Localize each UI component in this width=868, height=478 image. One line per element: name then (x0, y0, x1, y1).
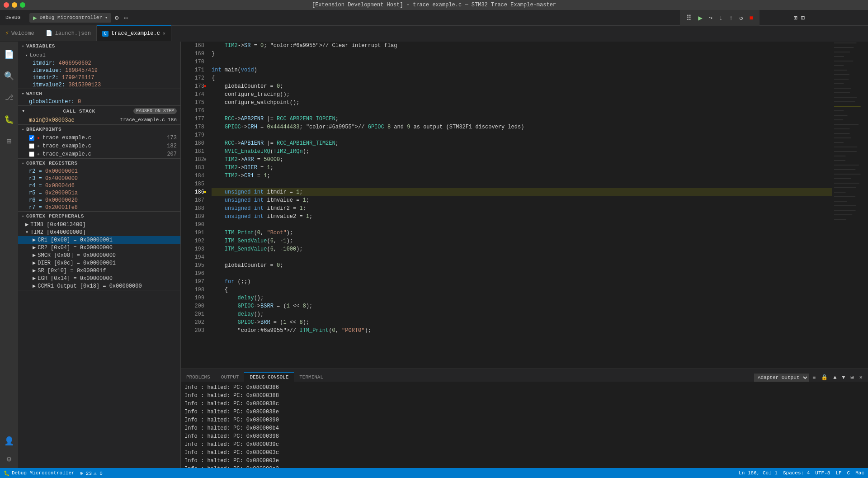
code-line-203[interactable]: "color:#6a9955">// ITM_Print(0, "PORT0")… (212, 327, 832, 335)
step-out-button[interactable]: ↑ (726, 13, 736, 24)
bp-checkbox-0[interactable] (29, 135, 34, 141)
encoding-status[interactable]: UTF-8 (815, 470, 830, 476)
code-line-172[interactable]: { (212, 74, 832, 82)
code-line-171[interactable]: int main(void) (212, 66, 832, 74)
step-back-button[interactable]: ↺ (736, 12, 745, 24)
eol-status[interactable]: LF (835, 470, 841, 476)
code-line-174[interactable]: configure_tracing(); (212, 90, 832, 99)
tab-terminal[interactable]: TERMINAL (294, 373, 329, 382)
code-line-175[interactable]: configure_watchpoint(); (212, 99, 832, 107)
maximize-button[interactable] (20, 2, 25, 8)
code-line-173[interactable]: ● globalCounter = 0; (212, 82, 832, 90)
code-line-192[interactable]: ITM_SendValue(6, -1); (212, 237, 832, 245)
periph-smcr[interactable]: ▶ SMCR [0x08] = 0x00000000 (18, 251, 180, 259)
tab-output[interactable]: OUTPUT (216, 373, 245, 382)
split-panel-icon[interactable]: ⊞ (849, 373, 856, 382)
spaces-status[interactable]: Spaces: 4 (783, 470, 810, 476)
bp-item-2[interactable]: ● trace_example.c 207 (18, 150, 180, 158)
periph-dier[interactable]: ▶ DIER [0x0c] = 0x00000001 (18, 259, 180, 267)
periph-sr[interactable]: ▶ SR [0x10] = 0x000001f (18, 267, 180, 274)
callstack-item[interactable]: main@0x08003ae trace_example.c 186 (18, 116, 180, 124)
periph-cr2[interactable]: ▶ CR2 [0x04] = 0x00000000 (18, 244, 180, 251)
code-line-199[interactable]: delay(); (212, 294, 832, 302)
window-controls[interactable] (4, 2, 25, 8)
code-line-194[interactable] (212, 253, 832, 261)
debug-config[interactable]: ▶ Debug Microcontroller ▾ (29, 13, 111, 23)
code-text-area[interactable]: TIM2->SR = 0; "color:#6a9955">// Clear i… (208, 42, 832, 335)
scroll-down-icon[interactable]: ▼ (840, 374, 847, 382)
code-line-179[interactable] (212, 131, 832, 139)
play-button[interactable]: ▶ (33, 14, 37, 22)
code-line-181[interactable]: NVIC_EnableIRQ(TIM2_IRQn); (212, 147, 832, 156)
explorer-icon[interactable]: 📄 (0, 45, 18, 63)
code-scroll[interactable]: 1681691701711721731741751761771781791801… (181, 42, 832, 369)
split-editor-icon[interactable]: ⊞ (793, 14, 797, 22)
tab-trace[interactable]: C trace_example.c ✕ (97, 25, 171, 41)
code-line-182[interactable]: ● TIM2->ARR = 50000; (212, 156, 832, 164)
settings-button[interactable]: ⚙ (113, 13, 120, 23)
code-line-198[interactable]: { (212, 286, 832, 294)
more-button[interactable]: ⋯ (123, 13, 130, 23)
code-line-185[interactable] (212, 180, 832, 188)
code-line-180[interactable]: RCC->APB1ENR |= RCC_APB1ENR_TIM2EN; (212, 139, 832, 147)
local-header[interactable]: ▾ Local (22, 51, 180, 60)
code-line-168[interactable]: TIM2->SR = 0; "color:#6a9955">// Clear i… (212, 42, 832, 50)
output-filter-select[interactable]: Adapter Output (754, 374, 809, 382)
code-line-195[interactable]: globalCounter = 0; (212, 261, 832, 270)
close-button[interactable] (4, 2, 9, 8)
tab-welcome[interactable]: ⚡ Welcome (0, 25, 40, 41)
filter-icon[interactable]: ≡ (811, 374, 817, 382)
scroll-up-icon[interactable]: ▲ (831, 374, 838, 382)
code-line-170[interactable] (212, 58, 832, 66)
periph-tim2[interactable]: ▾ TIM2 [0x40000000] (18, 228, 180, 236)
bp-checkbox-1[interactable] (29, 143, 34, 149)
bp-item-1[interactable]: ● trace_example.c 182 (18, 142, 180, 150)
close-panel-icon[interactable]: ✕ (858, 373, 864, 382)
code-line-191[interactable]: ITM_Print(0, "Boot"); (212, 229, 832, 237)
lang-status[interactable]: C (847, 470, 850, 476)
periph-cr1[interactable]: ▶ CR1 [0x00] = 0x00000001 (18, 236, 180, 244)
periph-tim8[interactable]: ▶ TIM8 [0x40013400] (18, 221, 180, 228)
errors-status[interactable]: ⊗ 23 ⚠ 0 (80, 470, 103, 476)
tab-launch[interactable]: 📄 launch.json (40, 25, 97, 41)
minimize-button[interactable] (12, 2, 17, 8)
code-line-197[interactable]: for (;;) (212, 278, 832, 286)
periph-ccmr1[interactable]: ▶ CCMR1 Output [0x18] = 0x00000000 (18, 282, 180, 290)
code-line-169[interactable]: } (212, 50, 832, 58)
continue-icon[interactable]: ⠿ (684, 12, 694, 24)
code-line-187[interactable]: unsigned int itmvalue = 1; (212, 196, 832, 204)
code-line-177[interactable]: RCC->APB2ENR |= RCC_APB2ENR_IOPCEN; (212, 115, 832, 123)
feedback-status[interactable]: Mac (855, 470, 864, 476)
layout-icon[interactable]: ⊡ (801, 14, 805, 22)
code-editor[interactable]: 1681691701711721731741751761771781791801… (181, 42, 832, 369)
cortex-registers-header[interactable]: ▾ CORTEX REGISTERS (18, 159, 180, 168)
code-line-190[interactable] (212, 221, 832, 229)
code-line-178[interactable]: GPIOC->CRH = 0x44444433; "color:#6a9955"… (212, 123, 832, 131)
watch-header[interactable]: ▾ WATCH (18, 89, 180, 98)
account-icon[interactable]: 👤 (0, 432, 18, 450)
code-line-202[interactable]: GPIOC->BRR = (1 << 8); (212, 318, 832, 327)
continue-button[interactable]: ▶ (695, 12, 705, 24)
cortex-peripherals-header[interactable]: ▾ CORTEX PERIPHERALS (18, 212, 180, 221)
settings-icon[interactable]: ⚙ (0, 450, 18, 468)
stop-button[interactable]: ■ (747, 13, 756, 24)
bp-checkbox-2[interactable] (29, 151, 34, 157)
code-line-188[interactable]: unsigned int itmdir2 = 1; (212, 204, 832, 213)
extensions-icon[interactable]: ⊞ (0, 132, 18, 150)
code-line-196[interactable] (212, 270, 832, 278)
source-control-icon[interactable]: ⎇ (0, 89, 18, 107)
tab-debug-console[interactable]: DEBUG CONSOLE (244, 372, 294, 382)
code-line-201[interactable]: delay(); (212, 310, 832, 318)
bp-item-0[interactable]: ● trace_example.c 173 (18, 134, 180, 142)
step-over-button[interactable]: ↷ (706, 12, 715, 24)
search-icon[interactable]: 🔍 (0, 67, 18, 85)
code-line-193[interactable]: ITM_SendValue(6, -1000); (212, 245, 832, 253)
code-line-184[interactable]: TIM2->CR1 = 1; (212, 172, 832, 180)
debug-status[interactable]: 🐛 Debug Microcontroller (4, 470, 75, 476)
config-dropdown-icon[interactable]: ▾ (105, 15, 108, 20)
variables-header[interactable]: ▾ VARIABLES (18, 42, 180, 51)
bottom-content[interactable]: Info : halted: PC: 0x08000386Info : halt… (181, 382, 868, 468)
minimap[interactable] (832, 42, 868, 369)
breakpoints-header[interactable]: ▾ BREAKPOINTS (18, 125, 180, 134)
code-line-186[interactable]: ● unsigned int itmdir = 1; (212, 188, 832, 196)
